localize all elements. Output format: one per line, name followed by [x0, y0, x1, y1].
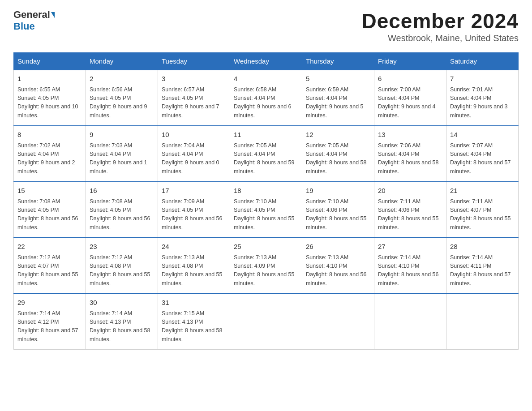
- week-row-3: 15Sunrise: 7:08 AMSunset: 4:05 PMDayligh…: [14, 182, 519, 238]
- week-row-1: 1Sunrise: 6:55 AMSunset: 4:05 PMDaylight…: [14, 70, 519, 126]
- calendar-title: December 2024: [361, 9, 519, 33]
- title-block: December 2024 Westbrook, Maine, United S…: [361, 9, 519, 43]
- day-info: Sunrise: 7:10 AMSunset: 4:06 PMDaylight:…: [306, 197, 370, 232]
- day-info: Sunrise: 7:15 AMSunset: 4:13 PMDaylight:…: [162, 309, 226, 344]
- day-number: 19: [306, 186, 370, 196]
- logo: General Blue: [13, 9, 55, 32]
- day-number: 27: [378, 242, 442, 252]
- day-info: Sunrise: 6:56 AMSunset: 4:05 PMDaylight:…: [90, 86, 154, 120]
- day-number: 8: [17, 130, 82, 140]
- day-cell-3: 3Sunrise: 6:57 AMSunset: 4:05 PMDaylight…: [158, 70, 230, 126]
- day-cell-10: 10Sunrise: 7:04 AMSunset: 4:04 PMDayligh…: [158, 126, 230, 182]
- week-row-4: 22Sunrise: 7:12 AMSunset: 4:07 PMDayligh…: [14, 238, 519, 294]
- day-info: Sunrise: 7:05 AMSunset: 4:04 PMDaylight:…: [306, 141, 370, 176]
- day-info: Sunrise: 7:08 AMSunset: 4:05 PMDaylight:…: [17, 197, 82, 232]
- day-number: 4: [234, 74, 298, 84]
- day-cell-13: 13Sunrise: 7:06 AMSunset: 4:04 PMDayligh…: [374, 126, 446, 182]
- day-cell-19: 19Sunrise: 7:10 AMSunset: 4:06 PMDayligh…: [302, 182, 374, 238]
- day-info: Sunrise: 7:14 AMSunset: 4:13 PMDaylight:…: [90, 309, 154, 344]
- day-info: Sunrise: 7:09 AMSunset: 4:05 PMDaylight:…: [162, 197, 226, 232]
- day-number: 6: [378, 74, 442, 84]
- day-cell-31: 31Sunrise: 7:15 AMSunset: 4:13 PMDayligh…: [158, 294, 230, 350]
- day-info: Sunrise: 7:00 AMSunset: 4:04 PMDaylight:…: [378, 86, 442, 120]
- logo-text-blue: Blue: [13, 21, 35, 32]
- day-info: Sunrise: 7:13 AMSunset: 4:10 PMDaylight:…: [306, 253, 370, 288]
- day-number: 28: [450, 242, 515, 252]
- day-info: Sunrise: 7:02 AMSunset: 4:04 PMDaylight:…: [17, 141, 82, 176]
- header-day-sunday: Sunday: [14, 53, 86, 70]
- day-info: Sunrise: 7:07 AMSunset: 4:04 PMDaylight:…: [450, 141, 515, 176]
- day-number: 16: [90, 186, 154, 196]
- day-info: Sunrise: 7:12 AMSunset: 4:07 PMDaylight:…: [17, 253, 82, 288]
- day-info: Sunrise: 7:14 AMSunset: 4:10 PMDaylight:…: [378, 253, 442, 288]
- day-number: 30: [90, 298, 154, 308]
- header-day-tuesday: Tuesday: [158, 53, 230, 70]
- day-info: Sunrise: 6:58 AMSunset: 4:04 PMDaylight:…: [234, 86, 298, 120]
- day-info: Sunrise: 6:59 AMSunset: 4:04 PMDaylight:…: [306, 86, 370, 120]
- header-day-saturday: Saturday: [446, 53, 519, 70]
- day-cell-17: 17Sunrise: 7:09 AMSunset: 4:05 PMDayligh…: [158, 182, 230, 238]
- day-cell-25: 25Sunrise: 7:13 AMSunset: 4:09 PMDayligh…: [230, 238, 302, 294]
- header-day-monday: Monday: [86, 53, 158, 70]
- day-number: 15: [17, 186, 82, 196]
- day-cell-6: 6Sunrise: 7:00 AMSunset: 4:04 PMDaylight…: [374, 70, 446, 126]
- day-info: Sunrise: 7:11 AMSunset: 4:07 PMDaylight:…: [450, 197, 515, 232]
- day-number: 31: [162, 298, 226, 308]
- day-number: 7: [450, 74, 515, 84]
- day-cell-29: 29Sunrise: 7:14 AMSunset: 4:12 PMDayligh…: [14, 294, 86, 350]
- empty-cell: [302, 294, 374, 350]
- empty-cell: [374, 294, 446, 350]
- day-number: 12: [306, 130, 370, 140]
- header-day-wednesday: Wednesday: [230, 53, 302, 70]
- day-cell-22: 22Sunrise: 7:12 AMSunset: 4:07 PMDayligh…: [14, 238, 86, 294]
- day-info: Sunrise: 7:14 AMSunset: 4:12 PMDaylight:…: [17, 309, 82, 344]
- header-day-friday: Friday: [374, 53, 446, 70]
- day-number: 29: [17, 298, 82, 308]
- day-cell-26: 26Sunrise: 7:13 AMSunset: 4:10 PMDayligh…: [302, 238, 374, 294]
- day-cell-15: 15Sunrise: 7:08 AMSunset: 4:05 PMDayligh…: [14, 182, 86, 238]
- day-number: 5: [306, 74, 370, 84]
- day-cell-24: 24Sunrise: 7:13 AMSunset: 4:08 PMDayligh…: [158, 238, 230, 294]
- day-number: 1: [17, 74, 82, 84]
- day-number: 18: [234, 186, 298, 196]
- day-info: Sunrise: 7:08 AMSunset: 4:05 PMDaylight:…: [90, 197, 154, 232]
- day-cell-21: 21Sunrise: 7:11 AMSunset: 4:07 PMDayligh…: [446, 182, 519, 238]
- calendar-subtitle: Westbrook, Maine, United States: [361, 33, 519, 43]
- page-header: General Blue December 2024 Westbrook, Ma…: [13, 9, 519, 43]
- day-number: 9: [90, 130, 154, 140]
- empty-cell: [446, 294, 519, 350]
- day-cell-14: 14Sunrise: 7:07 AMSunset: 4:04 PMDayligh…: [446, 126, 519, 182]
- day-cell-23: 23Sunrise: 7:12 AMSunset: 4:08 PMDayligh…: [86, 238, 158, 294]
- day-number: 20: [378, 186, 442, 196]
- day-cell-9: 9Sunrise: 7:03 AMSunset: 4:04 PMDaylight…: [86, 126, 158, 182]
- day-number: 10: [162, 130, 226, 140]
- day-info: Sunrise: 7:05 AMSunset: 4:04 PMDaylight:…: [234, 141, 298, 176]
- day-info: Sunrise: 6:55 AMSunset: 4:05 PMDaylight:…: [17, 86, 82, 120]
- day-info: Sunrise: 7:04 AMSunset: 4:04 PMDaylight:…: [162, 141, 226, 176]
- day-info: Sunrise: 6:57 AMSunset: 4:05 PMDaylight:…: [162, 86, 226, 120]
- day-number: 14: [450, 130, 515, 140]
- calendar-table: SundayMondayTuesdayWednesdayThursdayFrid…: [13, 52, 519, 350]
- day-cell-18: 18Sunrise: 7:10 AMSunset: 4:05 PMDayligh…: [230, 182, 302, 238]
- day-info: Sunrise: 7:14 AMSunset: 4:11 PMDaylight:…: [450, 253, 515, 288]
- day-info: Sunrise: 7:03 AMSunset: 4:04 PMDaylight:…: [90, 141, 154, 176]
- day-number: 11: [234, 130, 298, 140]
- day-number: 24: [162, 242, 226, 252]
- day-number: 25: [234, 242, 298, 252]
- day-info: Sunrise: 7:06 AMSunset: 4:04 PMDaylight:…: [378, 141, 442, 176]
- day-cell-7: 7Sunrise: 7:01 AMSunset: 4:04 PMDaylight…: [446, 70, 519, 126]
- logo-text-general: General: [13, 9, 50, 21]
- day-info: Sunrise: 7:01 AMSunset: 4:04 PMDaylight:…: [450, 86, 515, 120]
- day-number: 3: [162, 74, 226, 84]
- day-cell-16: 16Sunrise: 7:08 AMSunset: 4:05 PMDayligh…: [86, 182, 158, 238]
- header-day-thursday: Thursday: [302, 53, 374, 70]
- day-number: 21: [450, 186, 515, 196]
- day-info: Sunrise: 7:13 AMSunset: 4:08 PMDaylight:…: [162, 253, 226, 288]
- day-cell-30: 30Sunrise: 7:14 AMSunset: 4:13 PMDayligh…: [86, 294, 158, 350]
- day-cell-1: 1Sunrise: 6:55 AMSunset: 4:05 PMDaylight…: [14, 70, 86, 126]
- day-cell-20: 20Sunrise: 7:11 AMSunset: 4:06 PMDayligh…: [374, 182, 446, 238]
- day-cell-2: 2Sunrise: 6:56 AMSunset: 4:05 PMDaylight…: [86, 70, 158, 126]
- day-number: 17: [162, 186, 226, 196]
- day-number: 22: [17, 242, 82, 252]
- empty-cell: [230, 294, 302, 350]
